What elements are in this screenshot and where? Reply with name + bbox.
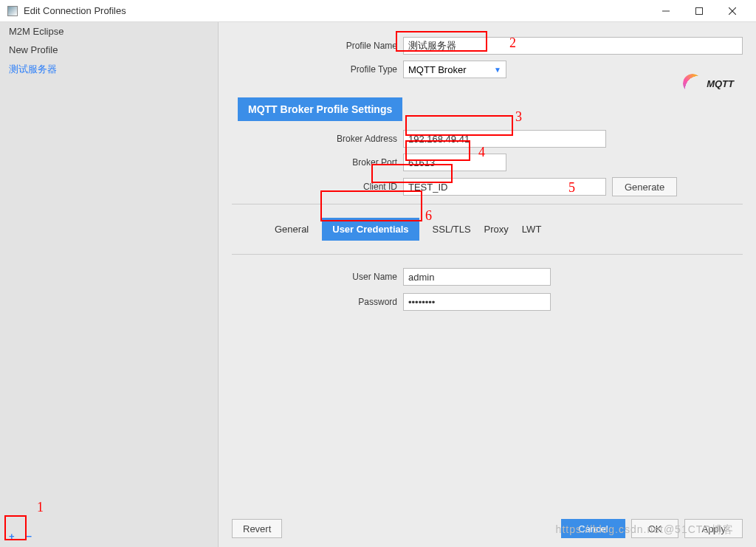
content-panel: Profile Name Profile Type MQTT Broker ▼ … — [219, 22, 756, 547]
client-id-label: Client ID — [232, 182, 403, 192]
mqtt-arc-icon — [683, 74, 702, 93]
client-id-input[interactable] — [403, 178, 606, 196]
profile-type-dropdown[interactable]: MQTT Broker ▼ — [403, 61, 506, 78]
minimize-button[interactable] — [649, 1, 682, 21]
tabs: General User Credentials SSL/TLS Proxy L… — [275, 218, 743, 241]
close-button[interactable] — [715, 1, 749, 21]
sidebar-item-test-server[interactable]: 测试服务器 — [0, 59, 218, 80]
username-label: User Name — [232, 272, 403, 282]
app-icon — [7, 6, 18, 16]
broker-port-input[interactable] — [403, 154, 506, 171]
mqtt-logo: MQTT — [683, 74, 734, 93]
divider — [232, 204, 743, 204]
chevron-down-icon: ▼ — [494, 66, 501, 74]
profile-name-input[interactable] — [403, 37, 743, 55]
sidebar-item-m2m-eclipse[interactable]: M2M Eclipse — [0, 22, 218, 41]
broker-address-input[interactable] — [403, 130, 606, 148]
revert-button[interactable]: Revert — [232, 519, 282, 538]
tab-general[interactable]: General — [275, 224, 309, 235]
profile-type-value: MQTT Broker — [408, 64, 467, 75]
dialog-footer: Revert Cancel OK Apply — [219, 519, 756, 538]
apply-button[interactable]: Apply — [684, 519, 743, 538]
remove-profile-button[interactable]: − — [27, 531, 32, 541]
ok-button[interactable]: OK — [631, 519, 679, 538]
window-title: Edit Connection Profiles — [24, 5, 649, 16]
broker-address-label: Broker Address — [232, 134, 403, 144]
tab-lwt[interactable]: LWT — [522, 224, 541, 235]
svg-rect-1 — [695, 7, 702, 14]
sidebar-item-new-profile[interactable]: New Profile — [0, 41, 218, 59]
tab-proxy[interactable]: Proxy — [484, 224, 509, 235]
titlebar: Edit Connection Profiles — [0, 0, 756, 22]
tab-user-credentials[interactable]: User Credentials — [322, 218, 419, 241]
profile-type-label: Profile Type — [232, 64, 403, 75]
password-label: Password — [232, 297, 403, 307]
tabs-divider — [232, 254, 743, 255]
username-input[interactable] — [403, 268, 551, 286]
cancel-button[interactable]: Cancel — [561, 519, 625, 538]
password-input[interactable] — [403, 293, 551, 311]
sidebar: M2M Eclipse New Profile 测试服务器 + − — [0, 22, 219, 547]
mqtt-logo-text: MQTT — [707, 78, 734, 89]
maximize-button[interactable] — [682, 1, 715, 21]
add-profile-button[interactable]: + — [9, 531, 15, 541]
section-broker-header: MQTT Broker Profile Settings — [238, 97, 402, 121]
generate-button[interactable]: Generate — [612, 177, 677, 196]
tab-ssl-tls[interactable]: SSL/TLS — [433, 224, 471, 235]
profile-name-label: Profile Name — [232, 41, 403, 51]
broker-port-label: Broker Port — [232, 157, 403, 168]
